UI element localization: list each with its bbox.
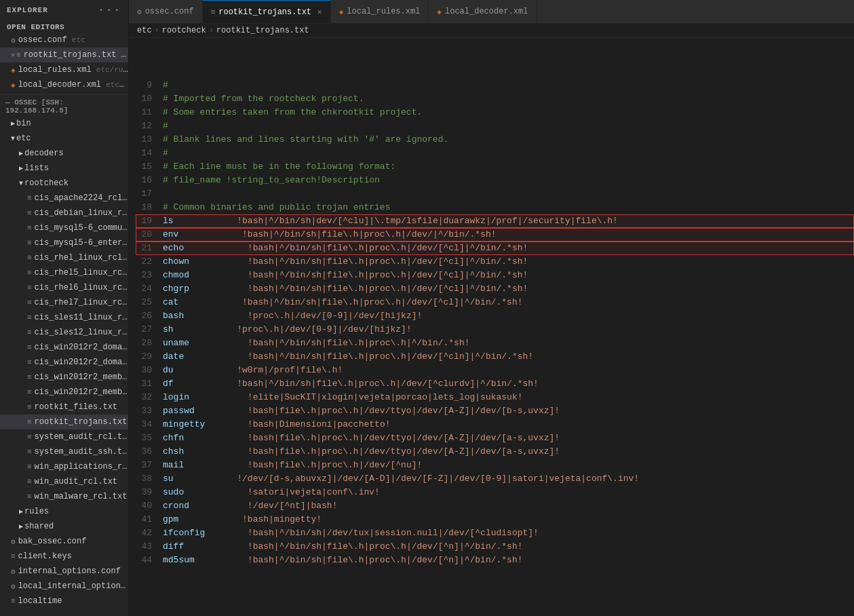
- tab-ossec-conf[interactable]: ⚙ ossec.conf: [129, 0, 203, 23]
- line-text: diff !bash|^/bin/sh|file\.h|proc\.h|/dev…: [163, 540, 523, 554]
- sidebar-file-label: cis_sles11_linux_rcl.txt: [35, 313, 128, 322]
- sidebar-file-cis-win2012-domain1[interactable]: ≡ cis_win2012r2_domainL...: [0, 340, 128, 355]
- line-text: # Imported from the rootcheck project.: [163, 92, 364, 106]
- sidebar-item-ossec-conf[interactable]: ⚙ ossec.conf etc: [0, 33, 128, 47]
- code-editor[interactable]: 9#10# Imported from the rootcheck projec…: [129, 38, 854, 616]
- tab-close-button[interactable]: ✕: [317, 7, 322, 16]
- line-text: ifconfig !bash|^/bin/sh|/dev/tux|session…: [163, 526, 539, 540]
- tab-local-decoder[interactable]: ◈ local_decoder.xml: [429, 0, 537, 23]
- code-line-17: 17: [136, 187, 854, 201]
- code-line-10: 10# Imported from the rootcheck project.: [136, 92, 854, 106]
- sidebar-file-cis-win2012-domain2[interactable]: ≡ cis_win2012r2_domainL...: [0, 355, 128, 370]
- sidebar-file-cis-debian[interactable]: ≡ cis_debian_linux_rcl.txt: [0, 206, 128, 220]
- file-icon: ≡: [27, 373, 32, 381]
- line-text: # Some entries taken from the chkrootkit…: [163, 106, 422, 119]
- tab-rootkit-trojans[interactable]: ≡ rootkit_trojans.txt ✕: [203, 0, 331, 23]
- line-text: #: [163, 147, 168, 160]
- sidebar-item-shared[interactable]: ▶ shared: [0, 519, 128, 534]
- file-icon: ≡: [27, 493, 32, 501]
- line-number: 10: [136, 92, 163, 106]
- sidebar-item-label: ossec.conf etc: [18, 35, 85, 45]
- sidebar-file-label: cis_sles12_linux_rcl.txt: [35, 328, 128, 337]
- sidebar-item-rules[interactable]: ▶ rules: [0, 504, 128, 519]
- sidebar-file-cis-win2012-member2[interactable]: ≡ cis_win2012r2_memberL...: [0, 385, 128, 400]
- sidebar-file-label: cis_rhel_linux_rcl.txt: [35, 253, 128, 263]
- sidebar-file-local-internal-options[interactable]: ⚙ local_internal_options.conf: [0, 579, 128, 594]
- file-icon: ≡: [27, 358, 32, 366]
- sidebar-file-label: client.keys: [18, 552, 72, 561]
- sidebar-file-system-audit-ssh[interactable]: ≡ system_audit_ssh.txt: [0, 444, 128, 459]
- breadcrumb-sep2: ›: [209, 26, 214, 35]
- breadcrumb-etc[interactable]: etc: [137, 26, 152, 35]
- sidebar-file-cis-rhel6[interactable]: ≡ cis_rhel6_linux_rcl.txt: [0, 280, 128, 295]
- line-text: mail !bash|file\.h|proc\.h|/dev/[^nu]!: [163, 459, 422, 472]
- sidebar-file-cis-rhel-linux[interactable]: ≡ cis_rhel_linux_rcl.txt: [0, 250, 128, 265]
- sidebar-item-bin[interactable]: ▶ bin: [0, 116, 128, 131]
- sidebar-folder-label: rules: [24, 507, 49, 516]
- line-number: 29: [136, 350, 163, 364]
- sidebar-item-rootcheck[interactable]: ▼ rootcheck: [0, 176, 128, 191]
- sidebar-file-rootkit-files[interactable]: ≡ rootkit_files.txt: [0, 400, 128, 415]
- breadcrumb-file[interactable]: rootkit_trojans.txt: [216, 26, 309, 35]
- sidebar-file-internal-options[interactable]: ⚙ internal_options.conf: [0, 564, 128, 579]
- sidebar-file-localtime[interactable]: ≡ localtime: [0, 594, 128, 609]
- file-icon: ≡: [27, 403, 32, 411]
- line-number: 41: [136, 513, 163, 526]
- code-line-36: 36chsh !bash|file\.h|proc\.h|/dev/ttyo|/…: [136, 445, 854, 459]
- line-text: crond !/dev/[^nt]|bash!: [163, 499, 337, 513]
- sidebar-item-etc[interactable]: ▼ etc: [0, 131, 128, 146]
- sidebar-file-win-malware[interactable]: ≡ win_malware_rcl.txt: [0, 489, 128, 504]
- sidebar-file-cis-sles11[interactable]: ≡ cis_sles11_linux_rcl.txt: [0, 310, 128, 325]
- sidebar-file-win-applications[interactable]: ≡ win_applications_rcl.txt: [0, 459, 128, 474]
- line-number: 25: [136, 296, 163, 309]
- sidebar-file-cis-mysql56-communit[interactable]: ≡ cis_mysql5-6_communit...: [0, 220, 128, 235]
- tab-label: local_decoder.xml: [445, 7, 528, 16]
- close-icon[interactable]: ✕: [11, 51, 15, 59]
- line-number: 21: [136, 242, 163, 255]
- sidebar-file-cis-sles12[interactable]: ≡ cis_sles12_linux_rcl.txt: [0, 325, 128, 340]
- explorer-menu-dots[interactable]: ···: [98, 4, 121, 16]
- file-icon: ≡: [27, 448, 32, 456]
- sidebar-folder-label: bin: [16, 119, 31, 128]
- file-icon: ≡: [27, 343, 32, 351]
- line-text: date !bash|^/bin/sh|file\.h|proc\.h|/dev…: [163, 350, 533, 364]
- tab-local-rules[interactable]: ◈ local_rules.xml: [331, 0, 429, 23]
- sidebar-file-label: cis_win2012r2_domainL...: [35, 358, 128, 367]
- sidebar-file-cis-rhel7[interactable]: ≡ cis_rhel7_linux_rcl.txt: [0, 295, 128, 310]
- line-text: du !w0rm|/prof|file\.h!: [163, 364, 343, 377]
- sidebar-file-label: cis_mysql5-6_enterprise...: [35, 238, 128, 248]
- chevron-down-icon: ▼: [11, 135, 15, 142]
- sidebar-file-label: cis_rhel7_linux_rcl.txt: [35, 298, 128, 307]
- sidebar-file-system-audit-rcl[interactable]: ≡ system_audit_rcl.txt: [0, 429, 128, 444]
- sidebar-item-decoders[interactable]: ▶ decoders: [0, 146, 128, 161]
- code-line-14: 14#: [136, 147, 854, 160]
- sidebar-file-cis-apache[interactable]: ≡ cis_apache2224_rcl.txt: [0, 191, 128, 206]
- sidebar-file-rootkit-trojans[interactable]: ≡ rootkit_trojans.txt: [0, 415, 128, 429]
- file-icon: ≡: [211, 8, 216, 16]
- line-number: 26: [136, 309, 163, 323]
- file-icon: ≡: [27, 254, 32, 262]
- sidebar-file-bak-ossec[interactable]: ⚙ bak_ossec.conf: [0, 534, 128, 549]
- sidebar-item-lists[interactable]: ▶ lists: [0, 161, 128, 176]
- sidebar-file-cis-win2012-member1[interactable]: ≡ cis_win2012r2_memberL...: [0, 370, 128, 385]
- sidebar-item-local-decoder[interactable]: ◈ local_decoder.xml etc...: [0, 77, 128, 92]
- sidebar-file-cis-rhel5[interactable]: ≡ cis_rhel5_linux_rcl.txt: [0, 265, 128, 280]
- sidebar-item-local-rules[interactable]: ◈ local_rules.xml etc/rules: [0, 62, 128, 77]
- sidebar-file-win-audit[interactable]: ≡ win_audit_rcl.txt: [0, 474, 128, 489]
- line-text: # Common binaries and public trojan entr…: [163, 201, 390, 214]
- chevron-right-icon: ▶: [19, 522, 23, 531]
- code-line-9: 9#: [136, 79, 854, 92]
- sidebar-file-label: rootkit_files.txt: [35, 402, 117, 412]
- line-text: su !/dev/[d-s,abuvxz]|/dev/[A-D]|/dev/[F…: [163, 472, 639, 486]
- breadcrumb-rootcheck[interactable]: rootcheck: [162, 26, 206, 35]
- code-line-35: 35chfn !bash|file\.h|proc\.h|/dev/ttyo|/…: [136, 431, 854, 445]
- line-number: 18: [136, 201, 163, 214]
- code-line-26: 26bash !proc\.h|/dev/[0-9]|/dev/[hijkz]!: [136, 309, 854, 323]
- sidebar-file-cis-mysql56-enterprise[interactable]: ≡ cis_mysql5-6_enterprise...: [0, 235, 128, 250]
- sidebar-file-label: internal_options.conf: [18, 566, 121, 576]
- sidebar-file-client-keys[interactable]: ≡ client.keys: [0, 549, 128, 564]
- sidebar-item-rootkit-trojans[interactable]: ✕ ≡ rootkit_trojans.txt etc...: [0, 47, 128, 62]
- line-text: sh !proc\.h|/dev/[0-9]|/dev/[hijkz]!: [163, 323, 412, 336]
- sidebar-file-label: win_applications_rcl.txt: [35, 462, 128, 471]
- chevron-right-icon: ▶: [11, 119, 15, 128]
